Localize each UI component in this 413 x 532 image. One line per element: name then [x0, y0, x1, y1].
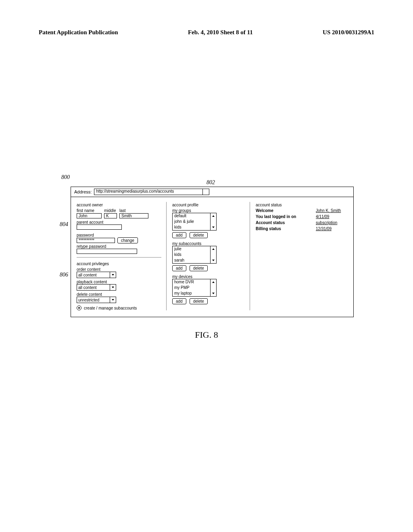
devices-delete-button[interactable]: delete	[190, 298, 208, 304]
radio-selected-icon	[77, 305, 81, 310]
delete-content-label: delete content	[77, 292, 161, 297]
middle-name-label: middle	[104, 208, 116, 213]
list-item[interactable]: default	[173, 213, 210, 219]
list-item[interactable]: my laptop	[173, 291, 210, 296]
account-owner-heading: account owner	[77, 203, 161, 207]
callout-804: 804	[60, 221, 68, 228]
chevron-down-icon	[110, 285, 116, 290]
groups-delete-button[interactable]: delete	[190, 232, 208, 238]
order-content-label: order content	[77, 267, 161, 272]
my-devices-label: my devices	[172, 274, 245, 279]
chevron-up-icon[interactable]	[211, 246, 216, 252]
list-item[interactable]: home DVR	[173, 279, 210, 285]
my-devices-listbox[interactable]: home DVR my PMP my laptop	[172, 279, 217, 297]
parent-account-input[interactable]	[77, 224, 122, 230]
status-account-key: Account status	[256, 220, 304, 225]
parent-account-label: parent account	[77, 220, 161, 224]
chevron-down-icon[interactable]	[211, 258, 216, 263]
list-item[interactable]: sarah	[173, 258, 210, 263]
list-item[interactable]: kids	[173, 252, 210, 258]
order-content-value: all content	[77, 272, 110, 278]
my-subaccounts-label: my subaccounts	[172, 241, 245, 246]
scrollbar[interactable]	[210, 246, 217, 264]
account-status-heading: account status	[256, 203, 348, 207]
password-input[interactable]: **********	[77, 238, 115, 243]
figure-caption: FIG. 8	[0, 330, 413, 340]
header-left: Patent Application Publication	[39, 29, 118, 36]
header-center: Feb. 4, 2010 Sheet 8 of 11	[188, 29, 253, 36]
browser-window: Address: http://streamingmediasurplus.co…	[71, 187, 354, 317]
list-item[interactable]: john & julie	[173, 219, 210, 224]
header-right: US 2010/0031299A1	[323, 29, 374, 36]
last-name-label: last	[119, 208, 126, 213]
chevron-down-icon[interactable]	[211, 224, 216, 230]
account-status-grid: Welcome John K. Smith You last logged in…	[256, 208, 348, 231]
first-name-input[interactable]: John	[77, 213, 102, 218]
status-lastlogin-key: You last logged in on	[256, 214, 304, 219]
status-billing-key: Billing status	[256, 227, 304, 231]
address-go-button[interactable]	[202, 189, 209, 195]
manage-subaccounts-option[interactable]: create / manage subaccounts	[77, 305, 161, 310]
last-name-input[interactable]: Smith	[119, 213, 148, 218]
address-bar: Address: http://streamingmediasurplus.co…	[71, 187, 353, 197]
callout-802: 802	[206, 179, 215, 186]
status-lastlogin-value: 4/11/09	[316, 214, 348, 219]
chevron-up-icon[interactable]	[211, 213, 216, 219]
retype-password-label: retype password	[77, 244, 161, 249]
account-profile-heading: account profile	[172, 203, 245, 207]
callout-806: 806	[60, 272, 68, 278]
chevron-up-icon[interactable]	[211, 279, 216, 285]
status-welcome-key: Welcome	[256, 208, 304, 213]
middle-name-input[interactable]: K	[104, 213, 117, 218]
list-item[interactable]: my PMP	[173, 285, 210, 291]
manage-subaccounts-label: create / manage subaccounts	[84, 306, 137, 310]
playback-content-select[interactable]: all content	[77, 284, 116, 291]
chevron-down-icon	[110, 297, 116, 303]
groups-add-button[interactable]: add	[172, 232, 186, 238]
password-label: password	[77, 233, 161, 237]
address-label: Address:	[74, 189, 92, 194]
scrollbar[interactable]	[210, 213, 217, 231]
delete-content-value: unrestricted	[77, 297, 110, 303]
list-item[interactable]: kids	[173, 224, 210, 230]
playback-content-label: playback content	[77, 280, 161, 284]
playback-content-value: all content	[77, 285, 110, 290]
scrollbar[interactable]	[210, 279, 217, 297]
page-header: Patent Application Publication Feb. 4, 2…	[39, 29, 374, 36]
first-name-label: first name	[77, 208, 94, 213]
my-groups-label: my groups	[172, 208, 245, 213]
chevron-down-icon	[110, 272, 116, 278]
subaccounts-delete-button[interactable]: delete	[190, 265, 208, 271]
devices-add-button[interactable]: add	[172, 298, 186, 304]
status-account-value: subscription	[316, 220, 348, 225]
chevron-down-icon[interactable]	[211, 291, 216, 296]
account-privileges-heading: account privileges	[77, 262, 161, 266]
order-content-select[interactable]: all content	[77, 272, 116, 278]
status-welcome-value: John K. Smith	[316, 208, 348, 213]
retype-password-input[interactable]	[77, 249, 137, 254]
address-input[interactable]: http://streamingmediasurplus.com/account…	[94, 189, 203, 195]
status-billing-value: 12/31/09	[316, 227, 348, 231]
list-item[interactable]: julie	[173, 246, 210, 252]
callout-800: 800	[61, 174, 70, 181]
subaccounts-add-button[interactable]: add	[172, 265, 186, 271]
change-password-button[interactable]: change	[117, 237, 138, 243]
delete-content-select[interactable]: unrestricted	[77, 297, 116, 303]
my-groups-listbox[interactable]: default john & julie kids	[172, 213, 217, 231]
my-subaccounts-listbox[interactable]: julie kids sarah	[172, 246, 217, 264]
